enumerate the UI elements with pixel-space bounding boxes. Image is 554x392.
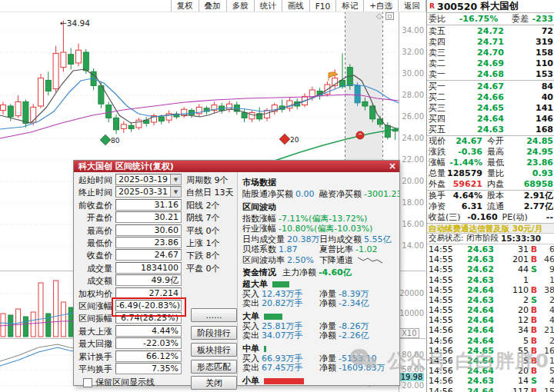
tick-row[interactable]: 14:5624.64117B15 (427, 387, 554, 392)
chevron-down-icon[interactable]: ▼ (170, 174, 181, 184)
form-field-终止时间[interactable]: 2025-03-31▼ (115, 186, 182, 198)
fund-bar (272, 281, 289, 287)
queue-volume: 141 (527, 103, 553, 113)
tick-volume: 20 (507, 305, 529, 315)
form-field-成交量[interactable]: 1834100 (115, 262, 182, 274)
tick-row[interactable]: 14:5524.64110B38 (427, 285, 554, 295)
dialog-button-形态匹配[interactable]: 形态匹配 (191, 360, 237, 374)
axis-label: 19.98 (399, 373, 424, 381)
toolbar-button-+自选[interactable]: +自选 (363, 0, 398, 12)
tick-time: 14:56 (429, 376, 454, 386)
field-value: 31.16 (116, 200, 181, 210)
tick-row[interactable]: 14:5524.6412B4 (427, 315, 554, 325)
stock-header[interactable]: R 300520 科大国创 (427, 0, 554, 13)
fund-title-text: 资金情况 (242, 267, 276, 277)
toolbar-button-F10[interactable]: F10 (309, 0, 335, 12)
buy-queue-row[interactable]: 买四24.64146 (427, 114, 554, 125)
tick-row[interactable]: 14:5624.6434B21 (427, 325, 554, 335)
keep-lines-checkbox[interactable]: 保留区间显示线 (83, 377, 155, 388)
dialog-button-......[interactable]: ...... (191, 308, 237, 322)
tick-row[interactable]: 14:5524.6420B4 (427, 305, 554, 315)
note-tool-icon[interactable] (385, 12, 394, 20)
axis-label: 20.00 (399, 381, 424, 390)
tick-price: 24.64 (454, 387, 507, 392)
quote-label: 换手 (429, 191, 446, 202)
tick-row[interactable]: 14:5524.63201B46 (427, 254, 554, 264)
form-field-累计换手[interactable]: 66.12% (115, 350, 182, 362)
tick-row[interactable]: 14:5524.6311 (427, 274, 554, 284)
quote-value: -1.44% (446, 158, 482, 168)
quote-label: 现价 (429, 136, 446, 148)
close-icon[interactable]: × (389, 161, 396, 171)
quote-label: 股本 (487, 191, 504, 202)
queue-price: 24.64 (454, 114, 527, 124)
quote-value: 23.86 (504, 158, 553, 168)
tick-row[interactable]: 14:5624.645B2 (427, 336, 554, 346)
tick-row[interactable]: 14:5524.6331B6 (427, 244, 554, 254)
tick-count: 1 (539, 356, 554, 366)
buy-queue-row[interactable]: 买一24.6784 (427, 81, 554, 91)
sell-queue-row[interactable]: 卖一24.68153 (427, 69, 554, 80)
toolbar-button-画线[interactable]: 画线 (282, 0, 309, 12)
toolbar-button-复权[interactable]: 复权 (171, 0, 199, 12)
form-field-最大回撤[interactable]: -22.03% (115, 337, 182, 349)
subscription-banner[interactable]: 自动续费通达信普及版 30元/月 (427, 224, 554, 234)
queue-price: 24.63 (454, 125, 527, 135)
queue-volume: 40 (527, 92, 553, 102)
sell-queue-row[interactable]: 卖四24.71319 (427, 36, 554, 47)
tick-volume: 34 (507, 325, 529, 335)
buy-queue-row[interactable]: 买五24.63168 (427, 125, 554, 135)
toolbar-button-叠加[interactable]: 叠加 (199, 0, 226, 12)
form-label-最大回撤: 最大回撤 (74, 338, 112, 350)
queue-label: 买一 (429, 81, 454, 92)
market-stat: 夏普比率-1.02 (319, 244, 396, 255)
dialog-titlebar[interactable]: 科大国创 区间统计(复权) (74, 161, 399, 172)
dialog-button-阶段排行[interactable]: 阶段排行 (191, 326, 237, 340)
form-field-平均换手[interactable]: 7.35% (115, 363, 182, 374)
form-field-前收盘价[interactable]: 31.16 (115, 199, 182, 211)
dialog-button-关闭[interactable]: 关闭 (191, 376, 237, 390)
tick-row[interactable]: 14:5524.632S2 (427, 295, 554, 305)
fund-stat-label: 卖出 (242, 362, 259, 374)
field-value: 30.21 (116, 212, 181, 222)
toolbar-button-多股[interactable]: 多股 (226, 0, 254, 12)
sell-queue-row[interactable]: 卖三24.70158 (427, 47, 554, 58)
form-field-收盘价[interactable]: 24.67 (115, 249, 182, 261)
chevron-down-icon[interactable]: ▼ (170, 187, 181, 197)
quote-value: 2.77亿 (504, 201, 553, 212)
tick-row[interactable]: 14:5524.6244S9 (427, 264, 554, 274)
tick-row[interactable]: 14:5624.6420B5 (427, 366, 554, 376)
buy-queue-row[interactable]: 买二24.6640 (427, 91, 554, 102)
sell-queue-row[interactable]: 卖二24.69110 (427, 58, 554, 69)
sell-queue-row[interactable]: 卖五24.7272 (427, 25, 554, 36)
form-field-最大上涨[interactable]: 4.44% (115, 325, 182, 337)
market-stat: 下降通道 (319, 255, 396, 266)
fund-stat-label: 卖出 (242, 330, 259, 341)
form-field-最高价[interactable]: 30.60 (115, 224, 182, 236)
tick-price: 24.64 (454, 336, 507, 346)
dialog-button-板块排行[interactable]: 板块排行 (191, 343, 237, 357)
toolbar-button-返回[interactable]: 返回 (398, 0, 426, 12)
form-field-成交额[interactable]: 49.9亿 (115, 274, 182, 286)
form-field-开盘价[interactable]: 30.21 (115, 211, 182, 223)
market-stat-label: 陆股通净买额 (242, 188, 293, 200)
fund-stat-label: 净额 (319, 297, 336, 309)
tick-list[interactable]: 14:5524.6331B614:5524.63201B4614:5524.62… (427, 244, 554, 392)
r-flag: R (429, 2, 435, 10)
form-field-最低价[interactable]: 23.86 (115, 237, 182, 248)
toolbar-button-统计[interactable]: 统计 (254, 0, 282, 12)
buy-queue-row[interactable]: 买三24.65141 (427, 102, 554, 113)
side-stat: 自然日 13天 (186, 187, 234, 198)
tick-row[interactable]: 14:5624.645B1 (427, 356, 554, 366)
tick-row[interactable]: 14:5624.6314S4 (427, 376, 554, 386)
diamond-tool-icon[interactable]: ◇ (376, 12, 382, 20)
quote-row: 收益(三)-0.160PE(动)-- (427, 212, 554, 223)
toolbar-button-标记[interactable]: 标记 (335, 0, 363, 12)
checkbox-icon[interactable] (83, 378, 92, 387)
tick-row[interactable]: 14:5624.6555B16 (427, 346, 554, 356)
tick-flag: S (529, 295, 539, 305)
market-stat: 陆股通净买额0.00 (242, 189, 319, 200)
fund-tier-label: 小单 (242, 375, 259, 385)
form-field-起始时间[interactable]: 2025-03-19▼ (115, 174, 182, 185)
queue-volume: 168 (527, 125, 553, 135)
